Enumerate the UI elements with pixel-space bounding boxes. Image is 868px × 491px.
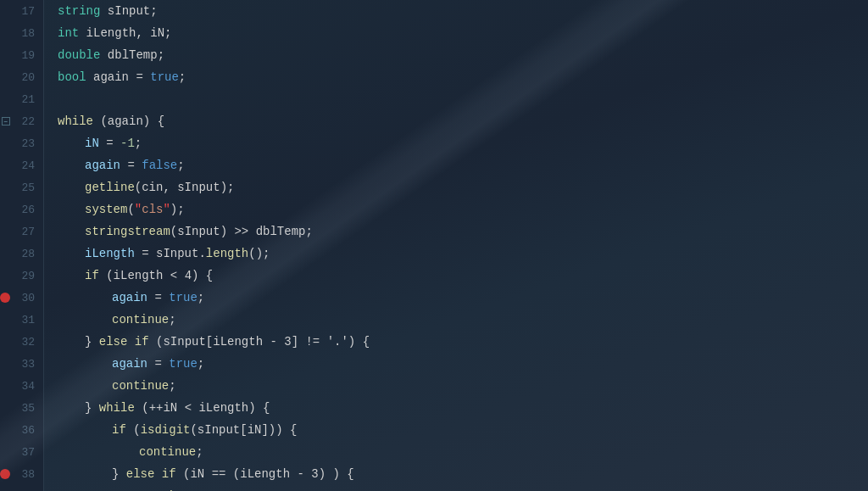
line-number-34: 34 — [0, 375, 43, 397]
code-line-38: } else if (iN == (iLength - 3) ) { — [58, 463, 868, 485]
code-line-23: iN = -1; — [58, 132, 868, 154]
line-number-gutter: 1718192021−22232425262728293031323334353… — [0, 0, 44, 491]
line-number-31: 31 — [0, 309, 43, 331]
line-number-18: 18 — [0, 22, 43, 44]
code-line-17: string sInput; — [58, 0, 868, 22]
code-line-19: double dblTemp; — [58, 44, 868, 66]
line-number-19: 19 — [0, 44, 43, 66]
line-number-25: 25 — [0, 176, 43, 198]
line-number-33: 33 — [0, 353, 43, 375]
code-line-36: if (isdigit(sInput[iN])) { — [58, 419, 868, 441]
line-number-28: 28 — [0, 243, 43, 265]
code-line-32: } else if (sInput[iLength - 3] != '.') { — [58, 331, 868, 353]
line-number-26: 26 — [0, 198, 43, 220]
line-number-39: 39 — [0, 485, 43, 491]
code-line-22: while (again) { — [58, 110, 868, 132]
code-line-28: iLength = sInput.length(); — [58, 243, 868, 265]
code-line-30: again = true; — [58, 287, 868, 309]
line-number-36: 36 — [0, 419, 43, 441]
code-line-27: stringstream(sInput) >> dblTemp; — [58, 220, 868, 243]
line-number-22: −22 — [0, 110, 43, 132]
breakpoint2-38[interactable] — [0, 469, 10, 479]
code-area: string sInput;int iLength, iN;double dbl… — [44, 0, 868, 491]
line-number-27: 27 — [0, 220, 43, 243]
line-number-23: 23 — [0, 132, 43, 154]
line-number-21: 21 — [0, 88, 43, 110]
code-line-33: again = true; — [58, 353, 868, 375]
line-number-29: 29 — [0, 265, 43, 287]
code-line-24: again = false; — [58, 154, 868, 176]
breakpoint-30[interactable] — [0, 293, 10, 303]
code-line-34: continue; — [58, 375, 868, 397]
code-line-31: continue; — [58, 309, 868, 331]
line-number-38: 38 — [0, 463, 43, 485]
code-line-37: continue; — [58, 441, 868, 463]
editor-container: 1718192021−22232425262728293031323334353… — [0, 0, 868, 491]
line-number-35: 35 — [0, 397, 43, 419]
collapse-icon-22[interactable]: − — [2, 117, 10, 126]
code-line-25: getline(cin, sInput); — [58, 176, 868, 198]
code-line-26: system("cls"); — [58, 198, 868, 220]
line-number-17: 17 — [0, 0, 43, 22]
line-number-24: 24 — [0, 154, 43, 176]
line-number-20: 20 — [0, 66, 43, 88]
code-line-18: int iLength, iN; — [58, 22, 868, 44]
code-line-39: continue; — [58, 485, 868, 491]
code-line-29: if (iLength < 4) { — [58, 265, 868, 287]
line-number-32: 32 — [0, 331, 43, 353]
line-number-30: 30 — [0, 287, 43, 309]
code-line-35: } while (++iN < iLength) { — [58, 397, 868, 419]
line-number-37: 37 — [0, 441, 43, 463]
code-line-20: bool again = true; — [58, 66, 868, 88]
code-line-21 — [58, 88, 868, 110]
